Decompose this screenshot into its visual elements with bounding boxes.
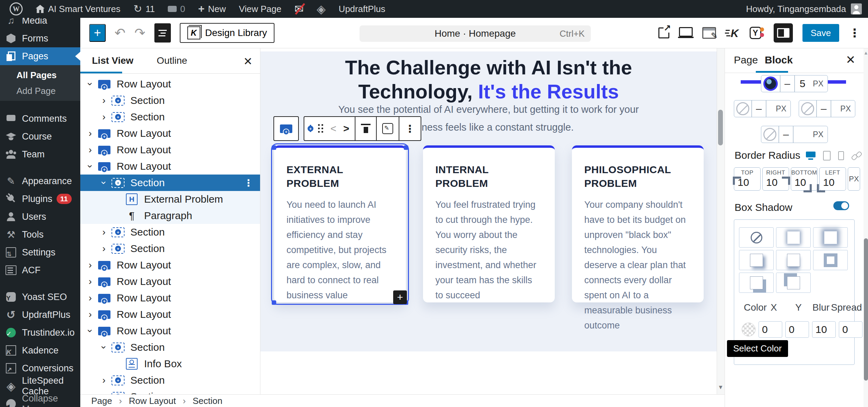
chevron-right-icon[interactable] <box>85 260 95 271</box>
border-style-select[interactable]: – <box>817 103 831 115</box>
shadow-blur-input[interactable]: 10 <box>812 321 836 338</box>
sidebar-item-collapse-menu[interactable]: Collapse Menu <box>0 395 80 407</box>
kadence-settings-icon[interactable] <box>726 27 739 39</box>
border-style-select[interactable]: – <box>779 129 793 140</box>
canvas-scrollbar-thumb[interactable] <box>718 110 723 145</box>
border-style-select[interactable]: – <box>781 78 795 89</box>
open-in-new-tab-icon[interactable] <box>658 27 669 38</box>
save-button[interactable]: Save <box>802 24 839 42</box>
list-view-item-section[interactable]: Section⋮ <box>80 175 260 191</box>
shadow-y-input[interactable]: 0 <box>785 321 809 338</box>
sidebar-item-yoast-seo[interactable]: Yoast SEO <box>0 288 80 306</box>
sidebar-item-comments[interactable]: Comments <box>0 110 80 128</box>
list-view-item-section[interactable]: Section <box>80 224 260 240</box>
shadow-preset-offset-blur[interactable] <box>739 250 774 270</box>
vertical-align-top-icon[interactable] <box>361 123 371 134</box>
plugin-diamond-menu[interactable]: ◈ <box>313 0 330 18</box>
list-view-item-row-layout[interactable]: Row Layout <box>80 158 260 175</box>
sidebar-item-trustindex-io[interactable]: Trustindex.io <box>0 324 80 342</box>
list-view-item-row-layout[interactable]: Row Layout <box>80 273 260 290</box>
design-library-button[interactable]: Design Library <box>180 23 275 43</box>
shadow-preset-glow-strong[interactable] <box>813 227 848 248</box>
border-unit[interactable]: PX <box>776 104 790 113</box>
list-view-item-paragraph[interactable]: Paragraph <box>80 207 260 224</box>
radius-input-left[interactable]: LEFT10 <box>819 167 846 191</box>
shadow-preset-bottom-blur[interactable] <box>776 250 811 270</box>
move-left-icon[interactable]: < <box>330 123 337 134</box>
avatar[interactable] <box>851 3 862 14</box>
sidebar-item-conversions[interactable]: Conversions <box>0 359 80 377</box>
list-view-item-section[interactable]: Section <box>80 109 260 125</box>
chevron-right-icon[interactable] <box>99 243 109 254</box>
item-options-kebab-icon[interactable]: ⋮ <box>244 177 253 189</box>
sidebar-item-media[interactable]: Media <box>0 18 80 29</box>
border-unit[interactable]: PX <box>840 104 855 113</box>
close-icon[interactable]: ✕ <box>846 53 856 67</box>
chevron-down-icon[interactable] <box>85 79 96 89</box>
border-style-select[interactable]: – <box>752 103 766 115</box>
list-view-item-section[interactable]: Section <box>80 372 260 388</box>
section-heading[interactable]: The Challenge with AI Isn't the Technolo… <box>260 56 717 104</box>
selection-handle[interactable] <box>404 145 408 150</box>
section-block-icon[interactable] <box>310 125 311 132</box>
sidebar-item-plugins[interactable]: Plugins11 <box>0 190 80 208</box>
wordpress-menu[interactable]: W <box>5 0 27 18</box>
list-view-item-row-layout[interactable]: Row Layout <box>80 257 260 273</box>
block-options-kebab-icon[interactable]: ⋮ <box>405 123 415 135</box>
breadcrumb-row-layout[interactable]: Row Layout <box>129 396 176 406</box>
card-internal-problem[interactable]: INTERNAL PROBLEMYou feel frustrated tryi… <box>423 145 555 302</box>
scroll-up-icon[interactable]: ▲ <box>864 50 868 56</box>
chevron-right-icon[interactable] <box>99 227 109 238</box>
mail-plugin-menu[interactable]: ✉ <box>290 0 308 18</box>
shadow-preset-inset[interactable] <box>813 250 848 270</box>
comments-link[interactable]: 0 <box>164 0 189 18</box>
list-view-item-section[interactable]: Section <box>80 388 260 394</box>
list-view-item-section[interactable]: Section <box>80 339 260 356</box>
border-unit[interactable]: PX <box>813 130 828 139</box>
breadcrumb-page[interactable]: Page <box>91 396 112 406</box>
list-view-item-row-layout[interactable]: Row Layout <box>80 290 260 306</box>
list-view-item-row-layout[interactable]: Row Layout <box>80 323 260 339</box>
inspector-scrollbar-thumb[interactable] <box>864 238 868 381</box>
desktop-icon[interactable] <box>806 152 816 160</box>
chevron-right-icon[interactable] <box>99 111 109 122</box>
sidebar-item-course[interactable]: Course <box>0 128 80 145</box>
border-color-swatch-empty[interactable] <box>736 102 749 115</box>
yoast-seo-icon[interactable] <box>749 27 764 39</box>
updates-link[interactable]: ↻ 11 <box>129 0 159 18</box>
sidebar-item-pages[interactable]: Pages <box>0 47 80 65</box>
parent-row-layout-button[interactable] <box>273 116 299 141</box>
tab-outline[interactable]: Outline <box>145 48 199 73</box>
sidebar-item-litespeed-cache[interactable]: LiteSpeed Cache <box>0 377 80 395</box>
new-content-menu[interactable]: + New <box>194 0 230 18</box>
drag-handle-icon[interactable] <box>318 124 324 133</box>
tab-page[interactable]: Page <box>734 54 758 66</box>
sidebar-item-team[interactable]: Team <box>0 145 80 163</box>
radius-input-right[interactable]: RIGHT10 <box>762 167 789 191</box>
chevron-down-icon[interactable] <box>98 178 109 188</box>
list-view-item-external-problem[interactable]: External Problem <box>80 191 260 207</box>
chevron-right-icon[interactable] <box>85 276 95 287</box>
border-color-swatch-empty[interactable] <box>763 128 776 141</box>
shadow-preset-offset-solid-top[interactable] <box>776 273 811 293</box>
unlink-values-icon[interactable] <box>852 152 862 160</box>
chevron-down-icon[interactable] <box>98 342 109 352</box>
howdy-account-link[interactable]: Howdy, Tingangsembada <box>746 4 846 14</box>
sidebar-item-kadence[interactable]: Kadence <box>0 342 80 359</box>
list-view-item-section[interactable]: Section <box>80 240 260 257</box>
submenu-item-all-pages[interactable]: All Pages <box>0 67 80 83</box>
settings-sidebar-toggle[interactable] <box>774 23 793 43</box>
close-icon[interactable]: ✕ <box>243 55 253 68</box>
scroll-down-icon[interactable]: ▼ <box>718 384 724 391</box>
sidebar-item-users[interactable]: Users <box>0 208 80 226</box>
undo-icon[interactable]: ↶ <box>115 26 126 39</box>
device-preview-icon[interactable] <box>679 27 693 37</box>
border-color-swatch[interactable] <box>763 76 778 91</box>
box-shadow-toggle[interactable] <box>833 201 849 210</box>
selection-handle[interactable] <box>272 300 276 305</box>
shadow-preset-offset-solid[interactable] <box>739 273 774 293</box>
breadcrumb-section[interactable]: Section <box>192 396 222 406</box>
shadow-color-swatch[interactable] <box>742 323 755 336</box>
tab-block[interactable]: Block <box>765 54 793 66</box>
chevron-right-icon[interactable] <box>99 391 109 394</box>
